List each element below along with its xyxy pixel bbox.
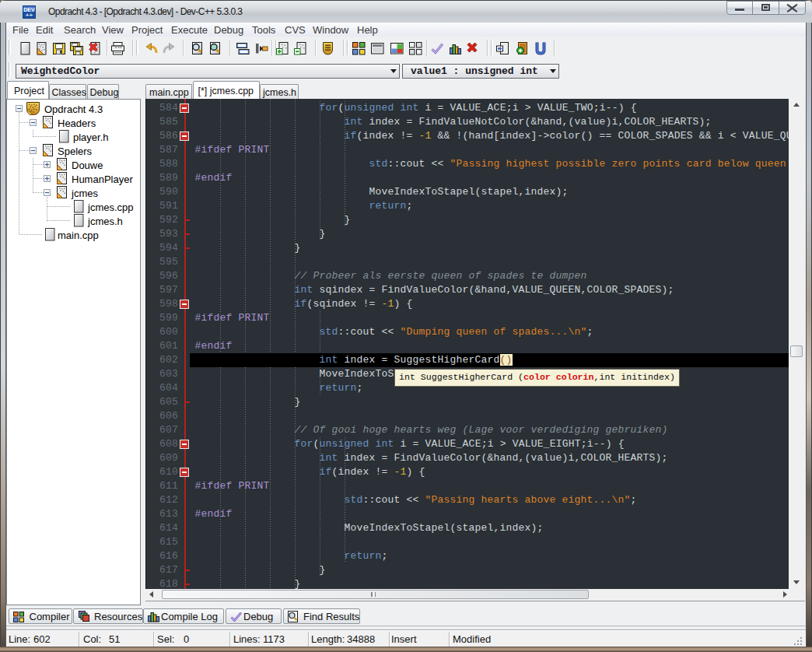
svg-text:++: ++ xyxy=(26,12,33,19)
